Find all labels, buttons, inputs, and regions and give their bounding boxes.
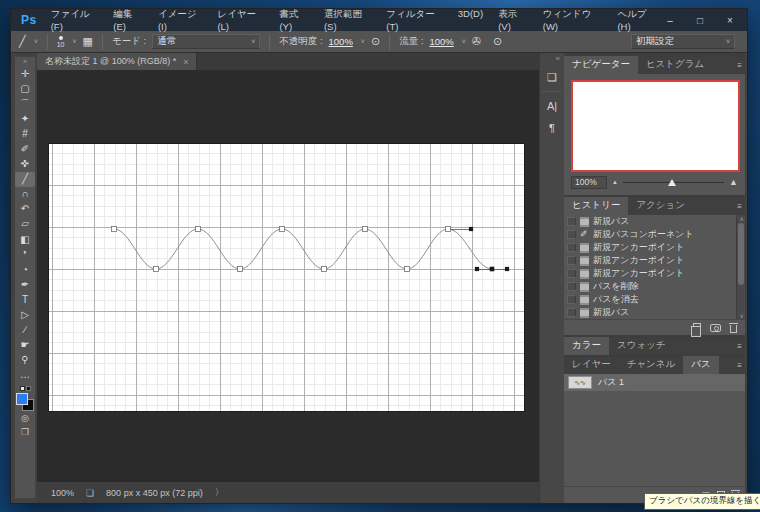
- close-button[interactable]: ×: [717, 11, 743, 29]
- history-item-3[interactable]: 新規アンカーポイント: [564, 254, 745, 267]
- navigator-tab-1[interactable]: ヒストグラム: [638, 56, 712, 74]
- history-source-toggle[interactable]: [567, 282, 576, 291]
- quick-selection-tool-button[interactable]: ✦: [15, 111, 35, 126]
- menubar-item-2[interactable]: イメージ(I): [158, 8, 203, 32]
- menubar-item-1[interactable]: 編集(E): [113, 8, 143, 32]
- color-tab-0[interactable]: カラー: [564, 337, 609, 355]
- type-tool-button[interactable]: T: [15, 292, 35, 307]
- clone-stamp-tool-button[interactable]: ∩: [15, 187, 35, 202]
- tool-preset-icon[interactable]: ╱: [19, 36, 26, 47]
- workspace-select[interactable]: 初期設定 ˅: [631, 34, 735, 49]
- default-colors-icon[interactable]: [20, 386, 31, 391]
- line-tool-button[interactable]: ∕: [15, 323, 35, 338]
- blend-mode-select[interactable]: 通常 ˅: [152, 34, 260, 49]
- character-panel-icon[interactable]: A|: [542, 96, 563, 116]
- opacity-caret-icon[interactable]: ˅: [361, 38, 365, 45]
- expand-panels-icon[interactable]: «: [556, 53, 564, 65]
- new-snapshot-icon[interactable]: [710, 324, 721, 332]
- lasso-tool-button[interactable]: ⌒: [15, 96, 35, 111]
- menubar-item-4[interactable]: 書式(Y): [279, 8, 309, 32]
- brush-picker-caret-icon[interactable]: ˅: [73, 38, 77, 45]
- eyedropper-tool-button[interactable]: ✐: [15, 141, 35, 156]
- move-tool-button[interactable]: ✛: [15, 66, 35, 81]
- layers-tab-2[interactable]: パス: [683, 356, 718, 374]
- path-name[interactable]: パス 1: [598, 376, 624, 389]
- menubar-item-6[interactable]: フィルター(T): [386, 8, 443, 32]
- dodge-tool-button[interactable]: ◔: [15, 262, 35, 277]
- zoom-out-icon[interactable]: ▲: [612, 179, 618, 185]
- history-source-toggle[interactable]: [567, 230, 576, 239]
- maximize-button[interactable]: □: [687, 11, 713, 29]
- tool-preset-caret-icon[interactable]: ˅: [34, 38, 38, 45]
- color-tab-1[interactable]: スウォッチ: [609, 337, 674, 355]
- layers-tab-0[interactable]: レイヤー: [564, 356, 619, 374]
- history-item-2[interactable]: 新規アンカーポイント: [564, 241, 745, 254]
- flow-value[interactable]: 100%: [429, 36, 453, 47]
- foreground-color-swatch[interactable]: [16, 393, 28, 405]
- navigator-tab-0[interactable]: ナビゲーター: [564, 56, 638, 74]
- scrollbar-thumb[interactable]: [738, 223, 744, 285]
- menubar-item-7[interactable]: 3D(D): [458, 8, 483, 32]
- menubar-item-8[interactable]: 表示(V): [498, 8, 528, 32]
- new-document-from-state-icon[interactable]: [693, 323, 701, 332]
- history-item-6[interactable]: パスを消去: [564, 293, 745, 306]
- navigator-panel-menu-icon[interactable]: ≡: [737, 61, 741, 70]
- layers-tab-1[interactable]: チャンネル: [619, 356, 684, 374]
- toolbox-collapse-icon[interactable]: »: [23, 57, 27, 66]
- history-item-1[interactable]: ✐新規パスコンポーネント: [564, 228, 745, 241]
- menubar-item-5[interactable]: 選択範囲(S): [324, 8, 371, 32]
- quick-mask-icon[interactable]: ◎: [15, 411, 35, 425]
- screen-mode-icon[interactable]: ❐: [15, 425, 35, 439]
- flow-caret-icon[interactable]: ˅: [462, 38, 466, 45]
- pen-tool-button[interactable]: ✒: [15, 277, 35, 292]
- blur-tool-button[interactable]: ❜: [15, 247, 35, 262]
- slider-thumb[interactable]: [668, 179, 676, 186]
- history-source-toggle[interactable]: [567, 256, 576, 265]
- airbrush-icon[interactable]: ✇: [472, 36, 481, 47]
- clone-source-panel-icon[interactable]: ❏: [542, 67, 563, 87]
- menubar-item-10[interactable]: ヘルプ(H): [617, 8, 657, 32]
- opacity-pressure-icon[interactable]: ⊙: [371, 36, 380, 47]
- scroll-up-icon[interactable]: ∧: [740, 215, 744, 222]
- paragraph-panel-icon[interactable]: ¶: [542, 118, 563, 138]
- export-icon[interactable]: ❏: [86, 488, 94, 498]
- color-panel-menu-icon[interactable]: ≡: [737, 342, 741, 351]
- marquee-tool-button[interactable]: ▢: [15, 81, 35, 96]
- brush-preset-picker[interactable]: 10: [57, 36, 65, 48]
- path-selection-tool-button[interactable]: ▷: [15, 308, 35, 323]
- size-pressure-icon[interactable]: ⊙: [493, 36, 502, 47]
- toolbar-options-button[interactable]: …: [15, 368, 35, 383]
- zoom-in-icon[interactable]: ▲: [729, 177, 738, 187]
- canvas[interactable]: [49, 144, 524, 411]
- scroll-down-icon[interactable]: ∨: [740, 312, 744, 319]
- hand-tool-button[interactable]: ☛: [15, 338, 35, 353]
- zoom-tool-button[interactable]: ⚲: [15, 353, 35, 368]
- menubar-item-3[interactable]: レイヤー(L): [217, 8, 264, 32]
- delete-state-icon[interactable]: [730, 325, 737, 333]
- history-item-7[interactable]: 新規パス: [564, 306, 745, 319]
- navigator-zoom-slider[interactable]: [623, 176, 724, 188]
- eraser-tool-button[interactable]: ▱: [15, 217, 35, 232]
- menubar-item-0[interactable]: ファイル(F): [51, 8, 99, 32]
- history-source-toggle[interactable]: [567, 269, 576, 278]
- history-scrollbar[interactable]: ∧ ∨: [736, 215, 745, 319]
- history-tab-1[interactable]: アクション: [628, 197, 693, 215]
- history-source-toggle[interactable]: [567, 295, 576, 304]
- document-tab[interactable]: 名称未設定 1 @ 100% (RGB/8) * ×: [37, 53, 197, 70]
- opacity-value[interactable]: 100%: [329, 36, 353, 47]
- path-list-item[interactable]: ∿∿ パス 1: [564, 374, 745, 391]
- history-source-toggle[interactable]: [567, 217, 576, 226]
- layers-panel-menu-icon[interactable]: ≡: [737, 361, 741, 370]
- zoom-level[interactable]: 100%: [51, 488, 74, 498]
- history-item-5[interactable]: パスを削除: [564, 280, 745, 293]
- healing-brush-tool-button[interactable]: ✜: [15, 157, 35, 172]
- history-item-4[interactable]: 新規アンカーポイント: [564, 267, 745, 280]
- navigator-preview[interactable]: [571, 80, 740, 172]
- history-panel-menu-icon[interactable]: ≡: [737, 202, 741, 211]
- history-source-toggle[interactable]: [567, 308, 576, 317]
- menubar-item-9[interactable]: ウィンドウ(W): [543, 8, 603, 32]
- minimize-button[interactable]: –: [657, 11, 683, 29]
- crop-tool-button[interactable]: #: [15, 126, 35, 141]
- history-item-0[interactable]: 新規パス: [564, 215, 745, 228]
- navigator-zoom-input[interactable]: 100%: [571, 176, 607, 189]
